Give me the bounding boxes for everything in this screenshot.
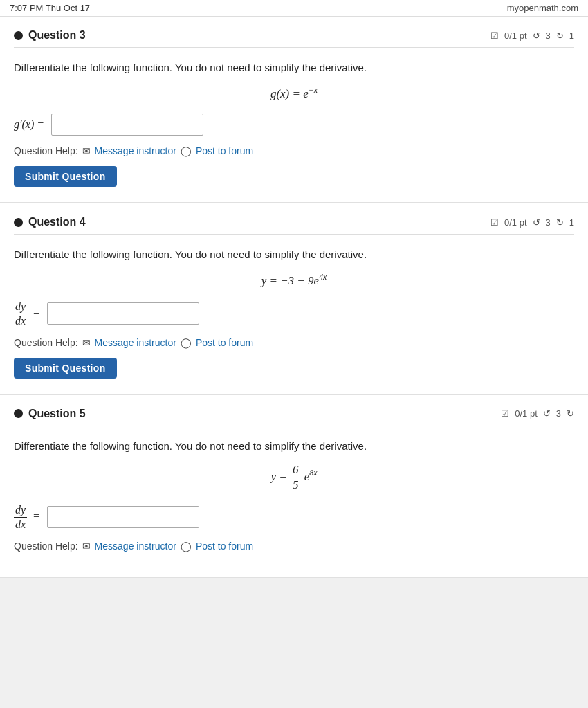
question-3-score: 0/1 pt bbox=[504, 30, 527, 41]
question-5-function: y = 6 5 e8x bbox=[14, 464, 574, 491]
post-forum-icon-q4: ◯ bbox=[181, 337, 192, 348]
question-5-input[interactable] bbox=[47, 506, 199, 528]
submit-q3-button[interactable]: Submit Question bbox=[14, 166, 117, 187]
question-3-instruction: Differentiate the following function. Yo… bbox=[14, 60, 574, 76]
q3-math: g(x) = e−x bbox=[270, 87, 318, 100]
retry-icon-q4: ↺ bbox=[533, 217, 540, 228]
question-3-help-text: Question Help: bbox=[14, 145, 78, 156]
checkmark-icon: ☑ bbox=[490, 30, 499, 41]
q5-fraction: 6 5 bbox=[291, 464, 301, 491]
question-3-input[interactable] bbox=[51, 114, 203, 136]
question-5-title: Question 5 bbox=[14, 408, 86, 420]
question-5-help-text: Question Help: bbox=[14, 541, 78, 552]
checkmark-icon-q5: ☑ bbox=[501, 408, 509, 419]
question-5-retries: 3 bbox=[556, 408, 561, 419]
message-instructor-icon-q5: ✉ bbox=[82, 541, 91, 552]
question-5-label: Question 5 bbox=[28, 408, 86, 420]
question-4-redo: 1 bbox=[569, 217, 574, 228]
post-forum-link-q5[interactable]: Post to forum bbox=[196, 541, 253, 552]
question-4-retries: 3 bbox=[546, 217, 551, 228]
equals-q5: = bbox=[33, 510, 40, 522]
question-4-dot bbox=[14, 218, 23, 227]
question-4-help: Question Help: ✉ Message instructor ◯ Po… bbox=[14, 337, 574, 348]
question-4-answer-label: dy dx = bbox=[14, 300, 40, 327]
message-instructor-link-q3[interactable]: Message instructor bbox=[95, 145, 176, 156]
question-5-meta: ☑ 0/1 pt ↺ 3 ↻ bbox=[501, 408, 574, 419]
retry-icon: ↺ bbox=[533, 30, 540, 41]
message-instructor-icon-q4: ✉ bbox=[82, 337, 91, 348]
question-5-score: 0/1 pt bbox=[515, 408, 538, 419]
question-5-answer-label: dy dx = bbox=[14, 504, 40, 530]
redo-icon-q4: ↻ bbox=[556, 217, 564, 228]
question-5-block: Question 5 ☑ 0/1 pt ↺ 3 ↻ Differentiate … bbox=[0, 395, 588, 578]
question-3-help: Question Help: ✉ Message instructor ◯ Po… bbox=[14, 145, 574, 156]
submit-q4-button[interactable]: Submit Question bbox=[14, 358, 117, 379]
question-5-header: Question 5 ☑ 0/1 pt ↺ 3 ↻ bbox=[14, 408, 574, 426]
retry-icon-q5: ↺ bbox=[543, 408, 551, 419]
question-3-title: Question 3 bbox=[14, 29, 86, 42]
question-3-meta: ☑ 0/1 pt ↺ 3 ↻ 1 bbox=[490, 30, 574, 41]
question-3-body: Differentiate the following function. Yo… bbox=[14, 57, 574, 190]
q5-denominator: 5 bbox=[291, 478, 301, 492]
question-4-score: 0/1 pt bbox=[504, 217, 527, 228]
question-3-dot bbox=[14, 31, 23, 40]
post-forum-icon-q3: ◯ bbox=[181, 145, 192, 156]
redo-icon-q5: ↻ bbox=[567, 408, 574, 419]
question-4-input[interactable] bbox=[47, 302, 199, 325]
question-3-label: Question 3 bbox=[28, 29, 86, 42]
question-3-answer-row: g′(x) = bbox=[14, 114, 574, 136]
question-5-instruction: Differentiate the following function. Yo… bbox=[14, 439, 574, 455]
dydx-label-q4: dy dx bbox=[14, 300, 27, 327]
q5-math: y = 6 5 e8x bbox=[270, 470, 317, 483]
question-5-answer-row: dy dx = bbox=[14, 504, 574, 530]
dydx-label-q5: dy dx bbox=[14, 504, 27, 530]
site-name: myopenmath.com bbox=[507, 3, 578, 13]
question-3-header: Question 3 ☑ 0/1 pt ↺ 3 ↻ 1 bbox=[14, 29, 574, 48]
question-3-function: g(x) = e−x bbox=[14, 86, 574, 102]
message-instructor-link-q5[interactable]: Message instructor bbox=[95, 541, 176, 552]
post-forum-link-q4[interactable]: Post to forum bbox=[196, 337, 253, 348]
checkmark-icon-q4: ☑ bbox=[490, 217, 499, 228]
question-4-label: Question 4 bbox=[28, 216, 86, 228]
question-5-body: Differentiate the following function. Yo… bbox=[14, 436, 574, 564]
message-instructor-link-q4[interactable]: Message instructor bbox=[95, 337, 176, 348]
question-5-help: Question Help: ✉ Message instructor ◯ Po… bbox=[14, 541, 574, 552]
post-forum-icon-q5: ◯ bbox=[181, 541, 192, 552]
question-4-header: Question 4 ☑ 0/1 pt ↺ 3 ↻ 1 bbox=[14, 216, 574, 235]
time-display: 7:07 PM Thu Oct 17 bbox=[10, 3, 90, 13]
post-forum-link-q3[interactable]: Post to forum bbox=[196, 145, 253, 156]
question-3-retries: 3 bbox=[546, 30, 551, 41]
message-instructor-icon-q3: ✉ bbox=[82, 145, 91, 156]
dy-numerator-q4: dy bbox=[14, 300, 27, 314]
q5-numerator: 6 bbox=[291, 464, 301, 478]
question-4-meta: ☑ 0/1 pt ↺ 3 ↻ 1 bbox=[490, 217, 574, 228]
main-content: Question 3 ☑ 0/1 pt ↺ 3 ↻ 1 Differentiat… bbox=[0, 17, 588, 578]
question-4-function: y = −3 − 9e4x bbox=[14, 273, 574, 289]
q4-math: y = −3 − 9e4x bbox=[261, 274, 327, 287]
question-4-block: Question 4 ☑ 0/1 pt ↺ 3 ↻ 1 Differentiat… bbox=[0, 203, 588, 394]
question-3-redo: 1 bbox=[569, 30, 574, 41]
status-bar: 7:07 PM Thu Oct 17 myopenmath.com bbox=[0, 0, 588, 17]
dy-numerator-q5: dy bbox=[14, 504, 27, 518]
question-4-title: Question 4 bbox=[14, 216, 86, 228]
question-3-answer-label: g′(x) = bbox=[14, 118, 44, 131]
dx-denominator-q5: dx bbox=[14, 518, 27, 531]
question-5-dot bbox=[14, 409, 23, 418]
question-4-instruction: Differentiate the following function. Yo… bbox=[14, 247, 574, 263]
question-3-block: Question 3 ☑ 0/1 pt ↺ 3 ↻ 1 Differentiat… bbox=[0, 17, 588, 203]
question-4-answer-row: dy dx = bbox=[14, 300, 574, 327]
question-4-body: Differentiate the following function. Yo… bbox=[14, 244, 574, 381]
question-4-help-text: Question Help: bbox=[14, 337, 78, 348]
dx-denominator-q4: dx bbox=[14, 314, 27, 327]
redo-icon: ↻ bbox=[556, 30, 564, 41]
equals-q4: = bbox=[33, 307, 40, 318]
